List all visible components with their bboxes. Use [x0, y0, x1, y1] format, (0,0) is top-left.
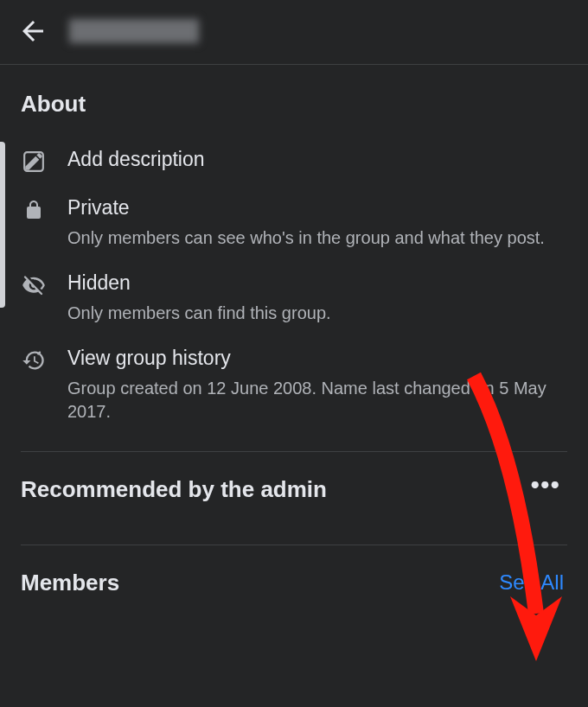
- privacy-sub: Only members can see who's in the group …: [67, 226, 567, 250]
- about-heading: About: [21, 91, 567, 118]
- about-list: Add description Private Only members can…: [21, 137, 567, 434]
- visibility-row: Hidden Only members can find this group.: [21, 260, 567, 335]
- members-row: Members See All: [21, 545, 567, 621]
- visibility-sub: Only members can find this group.: [67, 302, 567, 325]
- add-description-label: Add description: [67, 147, 567, 173]
- scroll-indicator: [0, 142, 5, 308]
- lock-icon: [21, 197, 47, 223]
- see-all-link[interactable]: See All: [499, 570, 567, 595]
- privacy-label: Private: [67, 195, 567, 221]
- history-sub: Group created on 12 June 2008. Name last…: [67, 377, 567, 424]
- more-options-button[interactable]: •••: [530, 478, 567, 491]
- back-arrow-icon: [17, 16, 48, 47]
- page-title-redacted: [69, 19, 199, 43]
- history-row[interactable]: View group history Group created on 12 J…: [21, 335, 567, 434]
- recommended-row: Recommended by the admin •••: [21, 452, 567, 527]
- recommended-heading: Recommended by the admin: [21, 476, 327, 503]
- privacy-row: Private Only members can see who's in th…: [21, 185, 567, 260]
- eye-off-icon: [21, 272, 47, 298]
- history-label: View group history: [67, 346, 567, 372]
- history-icon: [21, 347, 47, 373]
- back-button[interactable]: [17, 16, 48, 47]
- visibility-label: Hidden: [67, 271, 567, 296]
- header-bar: [0, 0, 588, 65]
- add-description-row[interactable]: Add description: [21, 137, 567, 185]
- edit-icon: [21, 149, 47, 175]
- members-heading: Members: [21, 570, 119, 596]
